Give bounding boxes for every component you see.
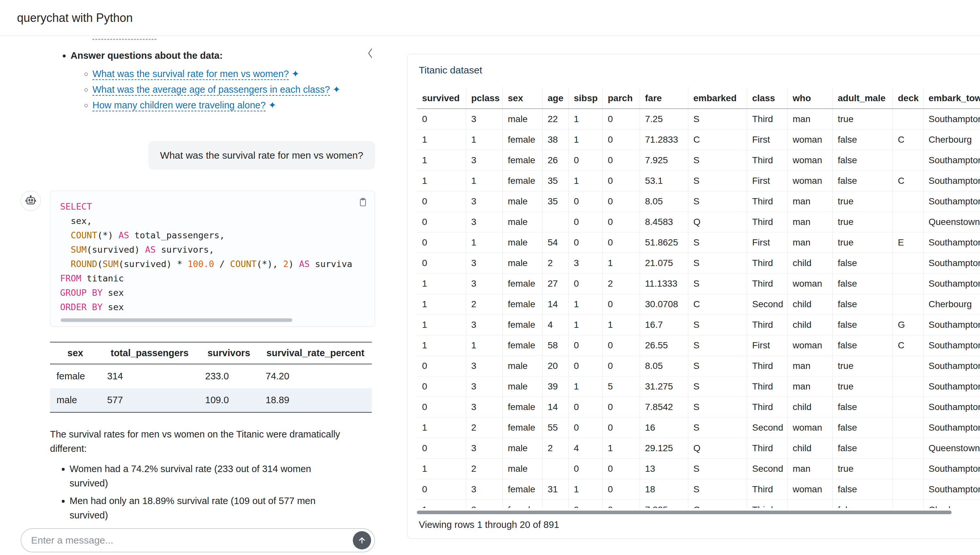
titanic-cell: 14 [542, 397, 569, 417]
titanic-cell: 0 [602, 191, 639, 212]
send-button[interactable] [353, 531, 371, 549]
collapse-sidebar-button[interactable] [366, 47, 374, 60]
titanic-cell: 3 [466, 150, 503, 171]
titanic-cell: Southampton [923, 377, 980, 397]
titanic-cell: S [688, 171, 747, 191]
titanic-cell [892, 377, 923, 397]
titanic-cell: woman [787, 335, 832, 356]
titanic-cell: 11.1333 [639, 274, 688, 294]
intro-heading: Answer questions about the data: [71, 50, 223, 61]
titanic-cell: 8.05 [639, 191, 688, 212]
titanic-cell [892, 109, 923, 130]
titanic-cell: Southampton [923, 233, 980, 253]
titanic-cell: Third [747, 438, 787, 459]
titanic-cell: male [503, 459, 542, 479]
titanic-cell: woman [787, 479, 832, 500]
titanic-column-header: embarked [688, 88, 747, 109]
titanic-cell: Queenstown [923, 438, 980, 459]
titanic-cell: 22 [542, 109, 569, 130]
message-input[interactable] [31, 535, 349, 546]
titanic-cell: Southampton [923, 417, 980, 438]
copy-icon[interactable] [358, 197, 368, 208]
titanic-cell: Southampton [923, 150, 980, 171]
titanic-cell: 7.925 [639, 150, 688, 171]
titanic-cell: 0 [602, 233, 639, 253]
titanic-cell: 1 [602, 253, 639, 274]
titanic-cell: S [688, 377, 747, 397]
code-horizontal-scrollbar [60, 318, 365, 322]
titanic-cell [892, 459, 923, 479]
titanic-row: 03male20008.05SThirdmantrueSouthampton [417, 356, 980, 377]
titanic-cell: 1 [417, 500, 466, 508]
titanic-cell: man [787, 459, 832, 479]
titanic-cell: 18 [639, 479, 688, 500]
titanic-cell: 1 [417, 459, 466, 479]
result-column-header: survival_rate_percent [259, 342, 372, 364]
titanic-cell: 38 [542, 130, 569, 150]
titanic-cell: 1 [417, 335, 466, 356]
titanic-table: survivedpclasssexagesibspparchfareembark… [417, 88, 980, 508]
titanic-row: 03male23121.075SThirdchildfalseSouthampt… [417, 253, 980, 274]
titanic-cell: Cherbourg [923, 294, 980, 315]
titanic-cell: Second [747, 459, 787, 479]
titanic-cell: true [832, 459, 892, 479]
titanic-cell: 55 [542, 417, 569, 438]
titanic-cell: 0 [417, 253, 466, 274]
code-line: SUM(survived) AS survivors, [60, 242, 365, 257]
titanic-cell: female [503, 274, 542, 294]
titanic-cell: man [787, 212, 832, 233]
intro-list: Answer questions about the data: What wa… [21, 48, 375, 113]
titanic-cell [892, 479, 923, 500]
dataset-title: Titanic dataset [419, 65, 980, 76]
titanic-column-header: survived [417, 88, 466, 109]
titanic-cell: child [787, 294, 832, 315]
suggestion-link[interactable]: What was the survival rate for men vs wo… [92, 69, 289, 80]
titanic-cell [892, 294, 923, 315]
titanic-cell: Southampton [923, 253, 980, 274]
sparkle-icon: ✦ [330, 84, 341, 95]
titanic-cell: Southampton [923, 397, 980, 417]
titanic-cell: Q [688, 438, 747, 459]
titanic-cell: 3 [466, 274, 503, 294]
code-scrollbar-thumb[interactable] [61, 318, 292, 322]
titanic-cell: 8.4583 [639, 212, 688, 233]
result-cell: 74.20 [259, 364, 372, 388]
titanic-cell: 3 [466, 500, 503, 508]
titanic-cell: 3 [466, 397, 503, 417]
titanic-cell: false [832, 397, 892, 417]
result-cell: 18.89 [259, 388, 372, 412]
titanic-cell: S [688, 109, 747, 130]
titanic-cell: 0 [569, 459, 602, 479]
titanic-cell: 3 [569, 253, 602, 274]
answer-bullet: Women had a 74.2% survival rate (233 out… [69, 462, 344, 490]
titanic-cell: 16.7 [639, 315, 688, 335]
titanic-cell: Southampton [923, 479, 980, 500]
titanic-cell: 1 [569, 294, 602, 315]
horizontal-scrollbar-thumb[interactable] [417, 511, 951, 514]
chat-panel: Answer questions about the data: What wa… [0, 36, 389, 555]
suggestion-link[interactable]: How many children were traveling alone? [92, 100, 265, 111]
suggestion-link[interactable]: What was the average age of passengers i… [92, 84, 330, 96]
titanic-cell: 1 [466, 335, 503, 356]
titanic-cell: C [892, 335, 923, 356]
result-column-header: total_passengers [101, 342, 199, 364]
titanic-column-header: class [747, 88, 787, 109]
titanic-cell: 0 [602, 212, 639, 233]
titanic-cell: 0 [569, 417, 602, 438]
titanic-cell: 31 [542, 479, 569, 500]
titanic-cell: 0 [569, 500, 602, 508]
chat-scroll-area[interactable]: Answer questions about the data: What wa… [0, 36, 389, 555]
titanic-cell: S [688, 274, 747, 294]
titanic-cell: 0 [602, 171, 639, 191]
answer-intro: The survival rates for men vs women on t… [50, 427, 344, 456]
titanic-cell: 1 [569, 109, 602, 130]
code-line: GROUP BY sex [60, 286, 365, 300]
bot-avatar [21, 191, 41, 211]
titanic-cell: female [503, 315, 542, 335]
dataset-table-viewport[interactable]: survivedpclasssexagesibspparchfareembark… [417, 88, 980, 508]
titanic-cell: man [787, 191, 832, 212]
titanic-cell: 2 [466, 294, 503, 315]
titanic-cell: 14 [542, 294, 569, 315]
titanic-row: 12female550016SSecondwomanfalseSouthampt… [417, 417, 980, 438]
titanic-cell: S [688, 356, 747, 377]
